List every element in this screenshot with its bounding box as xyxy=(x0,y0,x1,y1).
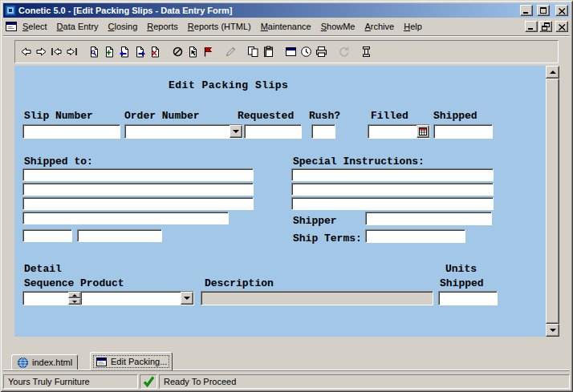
toolbar-buttons xyxy=(18,43,374,60)
menu-item-closing[interactable]: Closing xyxy=(104,18,143,34)
menu-item-reports-html[interactable]: Reports (HTML) xyxy=(183,18,256,34)
last-record-button[interactable] xyxy=(64,43,79,60)
rush-input[interactable] xyxy=(311,124,335,139)
special-instructions-line1-input[interactable] xyxy=(291,168,494,181)
requested-date-input[interactable] xyxy=(244,124,302,139)
close-button[interactable] xyxy=(555,5,568,16)
print-button[interactable] xyxy=(314,43,329,60)
shipped-to-line2-input[interactable] xyxy=(22,183,254,196)
flag-record-button[interactable] xyxy=(201,43,216,60)
clock-icon xyxy=(300,46,312,58)
units-shipped-label: Shipped xyxy=(440,277,484,289)
mdi-minimize-button[interactable] xyxy=(525,21,538,32)
arrow-prev-icon xyxy=(20,46,32,58)
tab-label: index.html xyxy=(32,358,72,367)
units-shipped-input[interactable] xyxy=(438,291,498,305)
form-window-icon[interactable] xyxy=(5,20,18,33)
menu-item-maintenance[interactable]: Maintenance xyxy=(256,18,316,34)
scrollbar-thumb[interactable] xyxy=(546,79,559,324)
product-label: Product xyxy=(80,277,124,289)
tab-index-html[interactable]: index.html xyxy=(11,354,78,370)
printer-icon xyxy=(315,46,327,58)
save-record-button[interactable] xyxy=(117,43,132,60)
order-number-dropdown-button[interactable] xyxy=(230,125,242,138)
sequence-spinner xyxy=(68,292,81,305)
doc-delete-icon xyxy=(149,46,161,58)
scroll-up-icon xyxy=(550,71,556,74)
next-form-button[interactable] xyxy=(132,43,148,60)
shipper-label: Shipper xyxy=(293,215,337,227)
shipped-to-line5b-input[interactable] xyxy=(77,229,162,242)
ship-terms-label: Ship Terms: xyxy=(293,232,362,244)
history-button[interactable] xyxy=(299,43,314,60)
menu-item-data-entry[interactable]: Data Entry xyxy=(52,18,104,34)
mdi-minimize-icon xyxy=(528,28,533,30)
sequence-up-button[interactable] xyxy=(68,292,81,298)
order-number-input[interactable] xyxy=(125,125,230,138)
add-record-button[interactable] xyxy=(102,43,117,60)
shipped-to-line3-input[interactable] xyxy=(22,197,254,210)
mdi-window-controls xyxy=(523,21,568,32)
doc-find-icon xyxy=(88,46,100,58)
flag-icon xyxy=(202,46,214,58)
tab-label: Edit Packing... xyxy=(111,357,167,366)
column-button[interactable] xyxy=(359,43,374,60)
maximize-button[interactable] xyxy=(537,5,550,16)
ship-terms-input[interactable] xyxy=(365,229,465,243)
app-icon[interactable] xyxy=(5,5,16,16)
menu-item-help[interactable]: Help xyxy=(399,18,427,34)
shipped-to-line4-input[interactable] xyxy=(22,212,229,224)
tab-edit-packing[interactable]: Edit Packing... xyxy=(90,352,173,370)
shipped-date-input[interactable] xyxy=(433,124,493,139)
product-input[interactable] xyxy=(81,292,181,305)
chevron-down-icon xyxy=(233,130,239,133)
sequence-field xyxy=(22,291,82,305)
find-record-button[interactable] xyxy=(87,43,102,60)
title-bar: Conetic 5.0 - [Edit Packing Slips - Data… xyxy=(3,3,570,18)
slip-number-input[interactable] xyxy=(22,124,120,139)
menu-item-showme[interactable]: ShowMe xyxy=(316,18,360,34)
menu-divider xyxy=(3,35,570,37)
copy-button[interactable] xyxy=(246,43,261,60)
menu-item-archive[interactable]: Archive xyxy=(360,18,399,34)
first-record-button[interactable] xyxy=(49,43,64,60)
menu-item-reports[interactable]: Reports xyxy=(142,18,183,34)
refresh-button xyxy=(336,43,352,60)
shipper-input[interactable] xyxy=(365,212,492,225)
filled-label: Filled xyxy=(371,110,408,122)
pick-record-button[interactable] xyxy=(185,43,201,60)
units-label: Units xyxy=(445,263,477,275)
form-vertical-scrollbar[interactable] xyxy=(546,66,559,337)
paste-button[interactable] xyxy=(261,43,276,60)
shipped-to-line1-input[interactable] xyxy=(22,168,254,181)
window-list-button[interactable] xyxy=(283,43,299,60)
arrow-last-icon xyxy=(66,46,78,58)
sequence-down-button[interactable] xyxy=(68,298,81,305)
slip-number-label: Slip Number xyxy=(24,110,93,122)
minimize-button[interactable] xyxy=(520,5,533,16)
product-dropdown-button[interactable] xyxy=(181,292,193,305)
special-instructions-line3-input[interactable] xyxy=(291,197,494,210)
filled-date-input[interactable] xyxy=(368,125,417,138)
delete-record-button[interactable] xyxy=(148,43,163,60)
cancel-button[interactable] xyxy=(170,43,185,60)
next-record-button[interactable] xyxy=(34,43,49,60)
sequence-input[interactable] xyxy=(23,292,68,305)
product-field xyxy=(80,291,194,305)
special-instructions-label: Special Instructions: xyxy=(293,156,425,168)
arrow-first-icon xyxy=(51,46,63,58)
shipped-to-line5a-input[interactable] xyxy=(22,229,72,242)
filled-calendar-button[interactable] xyxy=(417,125,429,138)
scroll-down-button[interactable] xyxy=(546,324,559,337)
mdi-close-button[interactable] xyxy=(555,21,568,32)
scroll-down-icon xyxy=(550,329,556,332)
requested-label: Requested xyxy=(238,110,294,122)
special-instructions-line2-input[interactable] xyxy=(291,183,494,196)
doc-forward-icon xyxy=(134,46,146,58)
shipped-label: Shipped xyxy=(433,110,478,122)
mdi-restore-button[interactable] xyxy=(539,21,552,32)
status-company: Yours Truly Furniture xyxy=(3,374,138,389)
prev-record-button[interactable] xyxy=(18,43,34,60)
scroll-up-button[interactable] xyxy=(546,66,559,79)
menu-item-select[interactable]: Select xyxy=(18,18,52,34)
